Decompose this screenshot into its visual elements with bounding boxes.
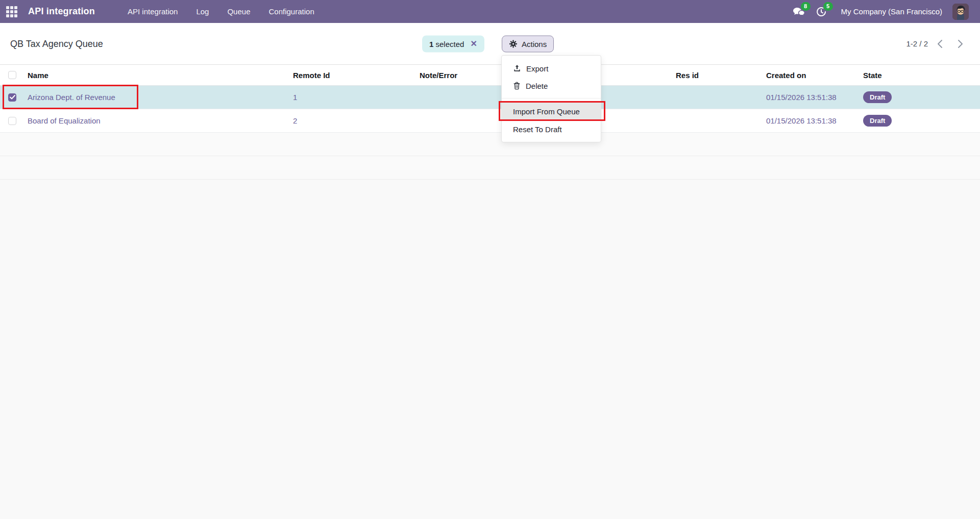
- activities-button[interactable]: 5: [814, 4, 829, 19]
- menu-queue[interactable]: Queue: [224, 5, 253, 18]
- gear-icon: [509, 39, 518, 48]
- top-navbar: API integration API integration Log Queu…: [0, 0, 980, 23]
- checkmark-icon: [10, 95, 15, 100]
- selection-count: 1: [429, 39, 433, 48]
- top-menu: API integration Log Queue Configuration: [125, 5, 317, 18]
- cell-created-on[interactable]: 01/15/2026 13:51:38: [764, 93, 861, 102]
- menu-item-label: Import From Queue: [513, 107, 580, 116]
- breadcrumb-title: QB Tax Agency Queue: [10, 38, 103, 49]
- select-all-checkbox[interactable]: [8, 71, 16, 79]
- cell-remote-id[interactable]: 1: [291, 93, 418, 102]
- pager-previous-button[interactable]: [931, 35, 948, 53]
- menu-item-label: Reset To Draft: [513, 125, 562, 134]
- messages-count-badge: 8: [801, 2, 811, 11]
- user-avatar[interactable]: [952, 4, 969, 20]
- topbar-systray: 8 5 My Company (San Francisco): [791, 4, 980, 20]
- cell-created-on[interactable]: 01/15/2026 13:51:38: [764, 116, 861, 125]
- app-title[interactable]: API integration: [28, 6, 95, 17]
- activities-count-badge: 5: [823, 2, 833, 11]
- clear-selection-button[interactable]: ✕: [470, 40, 477, 48]
- column-header-state[interactable]: State: [861, 71, 980, 80]
- actions-button[interactable]: Actions: [502, 35, 554, 52]
- row-checkbox[interactable]: [8, 117, 16, 125]
- control-panel: QB Tax Agency Queue 1 selected ✕: [0, 23, 980, 65]
- table-header-row: Name Remote Id Note/Error Res id Created…: [0, 65, 980, 86]
- cell-remote-id[interactable]: 2: [291, 116, 418, 125]
- empty-list-row: [0, 133, 980, 156]
- selection-label: selected: [436, 39, 464, 48]
- state-badge: Draft: [863, 91, 892, 103]
- menu-item-label: Delete: [526, 82, 548, 90]
- menu-item-reset-to-draft[interactable]: Reset To Draft: [502, 120, 601, 138]
- table-row[interactable]: Board of Equalization 2 01/15/2026 13:51…: [0, 109, 980, 133]
- pager: 1-2 / 2: [906, 35, 969, 53]
- company-switcher[interactable]: My Company (San Francisco): [841, 7, 942, 16]
- empty-list-row: [0, 156, 980, 180]
- chevron-left-icon: [937, 39, 943, 48]
- column-header-created-on[interactable]: Created on: [764, 71, 861, 80]
- cell-name[interactable]: Board of Equalization: [22, 116, 291, 125]
- column-header-name[interactable]: Name: [22, 71, 291, 80]
- table-row[interactable]: Arizona Dept. of Revenue 1 01/15/2026 13…: [0, 86, 980, 109]
- chevron-right-icon: [958, 39, 963, 48]
- cell-name[interactable]: Arizona Dept. of Revenue: [22, 93, 291, 102]
- state-badge: Draft: [863, 115, 892, 127]
- column-header-remote-id[interactable]: Remote Id: [291, 71, 418, 80]
- menu-configuration[interactable]: Configuration: [266, 5, 317, 18]
- column-header-res-id[interactable]: Res id: [674, 71, 764, 80]
- selection-text: 1 selected: [429, 39, 464, 48]
- pager-range: 1-2 / 2: [906, 39, 928, 48]
- upload-icon: [513, 64, 521, 72]
- pager-next-button[interactable]: [951, 35, 969, 53]
- menu-log[interactable]: Log: [193, 5, 212, 18]
- messages-button[interactable]: 8: [791, 4, 806, 19]
- menu-item-label: Export: [526, 64, 548, 73]
- menu-item-import-from-queue[interactable]: Import From Queue: [502, 102, 601, 120]
- row-checkbox[interactable]: [8, 93, 16, 102]
- selection-counter: 1 selected ✕: [422, 35, 484, 52]
- avatar-image: [952, 4, 969, 20]
- menu-api-integration[interactable]: API integration: [125, 5, 181, 18]
- actions-dropdown-menu: Export Delete Import From Queue Reset To…: [501, 55, 601, 142]
- menu-item-export[interactable]: Export: [502, 60, 601, 77]
- menu-separator: [502, 98, 601, 98]
- menu-item-delete[interactable]: Delete: [502, 77, 601, 94]
- apps-grid-icon: [6, 6, 17, 17]
- trash-icon: [513, 82, 521, 90]
- actions-button-label: Actions: [522, 39, 547, 48]
- list-view: Name Remote Id Note/Error Res id Created…: [0, 65, 980, 180]
- apps-menu-button[interactable]: [0, 0, 23, 23]
